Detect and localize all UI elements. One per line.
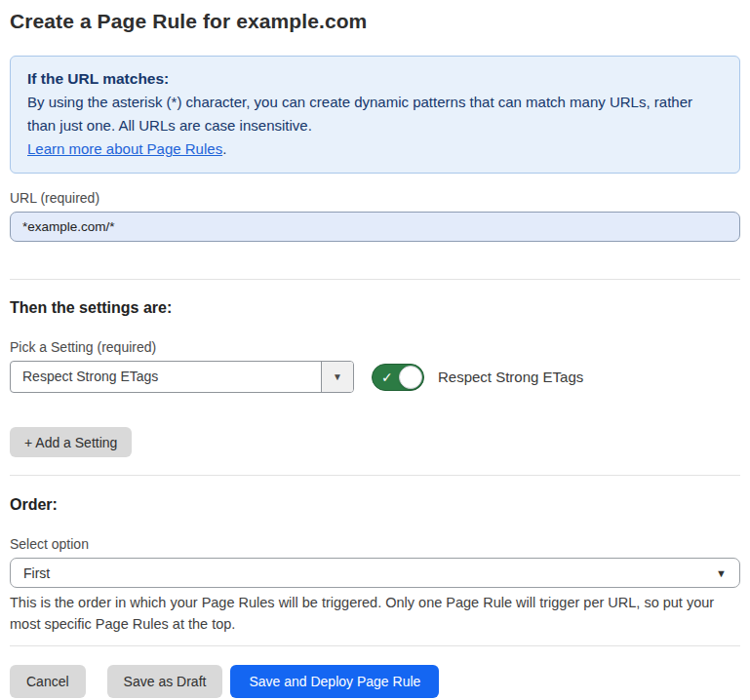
url-match-info-box: If the URL matches: By using the asteris… [10, 56, 740, 174]
order-select-label: Select option [10, 536, 740, 552]
order-help-text: This is the order in which your Page Rul… [10, 593, 740, 635]
info-box-body: By using the asterisk (*) character, you… [27, 91, 723, 137]
url-input[interactable] [10, 212, 740, 242]
order-heading: Order: [10, 496, 740, 514]
save-deploy-button[interactable]: Save and Deploy Page Rule [230, 665, 439, 698]
order-select[interactable]: First ▼ [10, 558, 740, 588]
add-setting-button[interactable]: + Add a Setting [10, 427, 132, 457]
setting-select-value: Respect Strong ETags [11, 362, 321, 392]
etag-toggle[interactable]: ✓ [372, 364, 424, 391]
section-divider [10, 475, 740, 476]
info-box-heading: If the URL matches: [27, 67, 723, 91]
toggle-knob [399, 366, 422, 389]
page-title: Create a Page Rule for example.com [10, 9, 740, 34]
toggle-label: Respect Strong ETags [438, 369, 583, 385]
footer-divider [10, 645, 740, 646]
settings-heading: Then the settings are: [10, 299, 740, 317]
cancel-button[interactable]: Cancel [10, 665, 86, 698]
setting-select[interactable]: Respect Strong ETags ▼ [10, 361, 354, 393]
setting-select-dropdown-button[interactable]: ▼ [321, 362, 353, 392]
link-suffix: . [222, 140, 226, 157]
setting-row: Respect Strong ETags ▼ ✓ Respect Strong … [10, 361, 740, 393]
check-icon: ✓ [381, 369, 393, 383]
chevron-down-icon: ▼ [716, 567, 727, 579]
footer-actions: Cancel Save as Draft Save and Deploy Pag… [10, 665, 740, 698]
url-label: URL (required) [10, 190, 740, 206]
learn-more-link[interactable]: Learn more about Page Rules [27, 140, 222, 157]
save-draft-button[interactable]: Save as Draft [107, 665, 223, 698]
chevron-down-icon: ▼ [333, 372, 342, 382]
section-divider [10, 279, 740, 280]
pick-setting-label: Pick a Setting (required) [10, 339, 740, 355]
order-select-value: First [23, 565, 50, 581]
create-page-rule-form: Create a Page Rule for example.com If th… [0, 0, 750, 698]
info-box-link-line: Learn more about Page Rules. [27, 137, 723, 161]
